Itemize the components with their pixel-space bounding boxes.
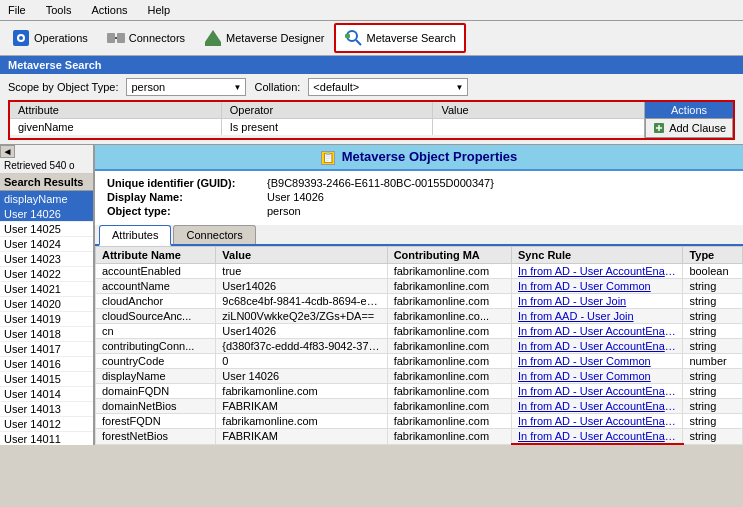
menu-actions[interactable]: Actions <box>87 2 131 18</box>
attr-rule[interactable]: In from AD - User AccountEnabled <box>512 264 683 279</box>
attr-name: cloudSourceAnc... <box>96 309 216 324</box>
attr-value: 0 <box>216 354 387 369</box>
connectors-button[interactable]: Connectors <box>97 24 194 52</box>
attr-type: string <box>683 324 743 339</box>
result-item-8[interactable]: User 14018 <box>0 327 93 342</box>
mv-header: 📋 Metaverse Object Properties <box>95 145 743 171</box>
scroll-left-arrow[interactable]: ◄ <box>0 145 15 158</box>
add-clause-button[interactable]: Add Clause <box>645 118 733 138</box>
criteria-table-area: Attribute Operator Value givenName Is pr… <box>10 102 644 138</box>
criteria-value <box>433 119 644 135</box>
result-item-0[interactable]: User 14026 <box>0 207 93 222</box>
connectors-label: Connectors <box>129 32 185 44</box>
attr-type: string <box>683 279 743 294</box>
attr-ma: fabrikamonline.com <box>387 384 511 399</box>
tabs: Attributes Connectors <box>95 225 743 246</box>
collation-value: <default> <box>313 81 359 93</box>
attr-rule[interactable]: In from AD - User custom flows <box>512 444 683 445</box>
attr-rule[interactable]: In from AD - User AccountEnabled <box>512 429 683 445</box>
attr-table-container[interactable]: Attribute Name Value Contributing MA Syn… <box>95 246 743 445</box>
result-item-6[interactable]: User 14020 <box>0 297 93 312</box>
actions-header[interactable]: Actions <box>645 102 733 118</box>
col-sync-rule: Sync Rule <box>512 247 683 264</box>
table-row: countryCode 0 fabrikamonline.com In from… <box>96 354 743 369</box>
search-results-label: Search Results <box>0 174 93 191</box>
result-item-2[interactable]: User 14024 <box>0 237 93 252</box>
attr-rule[interactable]: In from AD - User AccountEnabled <box>512 339 683 354</box>
scope-arrow-icon: ▼ <box>234 83 242 92</box>
result-item-11[interactable]: User 14015 <box>0 372 93 387</box>
attr-rule[interactable]: In from AD - User Common <box>512 354 683 369</box>
menu-bar: File Tools Actions Help <box>0 0 743 21</box>
attr-value: User14026 <box>216 324 387 339</box>
criteria-col-headers: Attribute Operator Value <box>10 102 644 119</box>
criteria-attribute: givenName <box>10 119 222 135</box>
result-item-10[interactable]: User 14016 <box>0 357 93 372</box>
result-item-12[interactable]: User 14014 <box>0 387 93 402</box>
svg-rect-3 <box>107 33 115 43</box>
attr-value: {d380f37c-eddd-4f83-9042-37552d4a5... <box>216 339 387 354</box>
result-item-5[interactable]: User 14021 <box>0 282 93 297</box>
attr-name: cn <box>96 324 216 339</box>
toolbar: Operations Connectors Metaverse Designer… <box>0 21 743 56</box>
left-panel: ◄ Retrieved 540 o Search Results display… <box>0 145 95 445</box>
attr-type: string <box>683 399 743 414</box>
attr-rule[interactable]: In from AD - User AccountEnabled <box>512 399 683 414</box>
result-item-3[interactable]: User 14023 <box>0 252 93 267</box>
result-item-7[interactable]: User 14019 <box>0 312 93 327</box>
result-item-9[interactable]: User 14017 <box>0 342 93 357</box>
scope-combobox[interactable]: person ▼ <box>126 78 246 96</box>
attr-rule[interactable]: In from AD - User AccountEnabled <box>512 384 683 399</box>
svg-rect-10 <box>345 34 350 38</box>
svg-rect-4 <box>117 33 125 43</box>
attr-rule[interactable]: In from AD - User AccountEnabled <box>512 414 683 429</box>
attr-ma: fabrikamonline.com <box>387 324 511 339</box>
attr-type: string <box>683 309 743 324</box>
operations-button[interactable]: Operations <box>2 24 97 52</box>
attr-rule[interactable]: In from AD - User AccountEnabled <box>512 324 683 339</box>
attr-rule[interactable]: In from AD - User Common <box>512 279 683 294</box>
object-type-label: Object type: <box>107 205 267 217</box>
result-item-1[interactable]: User 14025 <box>0 222 93 237</box>
attr-table-header: Attribute Name Value Contributing MA Syn… <box>96 247 743 264</box>
guid-row: Unique identifier (GUID): {B9C89393-2466… <box>107 177 731 189</box>
attr-rule[interactable]: In from AAD - User Join <box>512 309 683 324</box>
tab-connectors[interactable]: Connectors <box>173 225 255 244</box>
mv-icon: 📋 <box>321 151 335 165</box>
svg-marker-7 <box>205 30 221 42</box>
guid-value: {B9C89393-2466-E611-80BC-00155D000347} <box>267 177 494 189</box>
result-item-13[interactable]: User 14013 <box>0 402 93 417</box>
table-row: accountEnabled true fabrikamonline.com I… <box>96 264 743 279</box>
attr-value: fabrikamonline.com <box>216 414 387 429</box>
attr-rule[interactable]: In from AD - User Join <box>512 294 683 309</box>
add-clause-icon <box>652 121 666 135</box>
metaverse-designer-button[interactable]: Metaverse Designer <box>194 24 333 52</box>
attr-type: string <box>683 369 743 384</box>
attr-table: Attribute Name Value Contributing MA Syn… <box>95 246 743 445</box>
attr-name: countryCode <box>96 354 216 369</box>
operations-label: Operations <box>34 32 88 44</box>
scope-value: person <box>131 81 165 93</box>
tab-attributes[interactable]: Attributes <box>99 225 171 246</box>
attr-rule[interactable]: In from AD - User Common <box>512 369 683 384</box>
collation-combobox[interactable]: <default> ▼ <box>308 78 468 96</box>
result-item-4[interactable]: User 14022 <box>0 267 93 282</box>
mv-info: Unique identifier (GUID): {B9C89393-2466… <box>95 171 743 225</box>
metaverse-search-button[interactable]: Metaverse Search <box>334 23 466 53</box>
menu-tools[interactable]: Tools <box>42 2 76 18</box>
col-header-operator: Operator <box>222 102 434 118</box>
scope-row: Scope by Object Type: person ▼ Collation… <box>8 78 735 96</box>
attr-name: accountEnabled <box>96 264 216 279</box>
result-item-14[interactable]: User 14012 <box>0 417 93 432</box>
table-row-givename: givenName User fabrikamonline.com In fro… <box>96 444 743 445</box>
result-item-15[interactable]: User 14011 <box>0 432 93 445</box>
svg-rect-6 <box>205 42 221 46</box>
menu-file[interactable]: File <box>4 2 30 18</box>
display-name-header: displayName <box>0 191 93 207</box>
col-attribute-name: Attribute Name <box>96 247 216 264</box>
results-list: User 14026 User 14025 User 14024 User 14… <box>0 207 93 445</box>
metaverse-designer-icon <box>203 28 223 48</box>
attr-name: domainNetBios <box>96 399 216 414</box>
attr-type: string <box>683 429 743 445</box>
menu-help[interactable]: Help <box>144 2 175 18</box>
